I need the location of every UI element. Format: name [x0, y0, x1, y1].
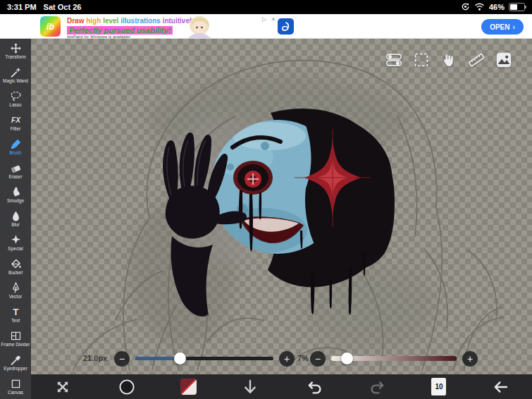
undo-icon[interactable] [304, 377, 324, 397]
battery-percent: 46% [489, 3, 505, 11]
tool-vector[interactable]: Vector [0, 278, 31, 302]
magic-wand-icon [10, 66, 22, 78]
rotation-lock-icon [461, 2, 470, 13]
selection-icon[interactable] [412, 50, 431, 70]
ad-headline: Draw high level illustrations intuitivel… [67, 17, 198, 25]
brush-size-plus-button[interactable]: + [279, 351, 295, 367]
tool-bucket[interactable]: Bucket [0, 254, 31, 278]
ad-choices-icon[interactable]: ▷ ✕ [262, 16, 277, 23]
lasso-icon [10, 90, 22, 102]
tool-canvas[interactable]: Canvas [0, 374, 31, 398]
eraser-icon [10, 162, 22, 174]
move-tool-icon[interactable] [53, 377, 73, 397]
tool-special[interactable]: Special [0, 231, 31, 254]
drawing-canvas[interactable]: 21.0px − + 7% − + [31, 39, 532, 399]
opacity-plus-button[interactable]: + [462, 351, 478, 367]
bottom-toolbar: 10 [31, 374, 532, 399]
ad-open-button[interactable]: OPEN › [481, 19, 524, 35]
brush-size-thumb[interactable] [174, 352, 186, 364]
clock: 3:31 PM [7, 3, 37, 11]
tool-eraser[interactable]: Eraser [0, 159, 31, 183]
tool-lasso[interactable]: Lasso [0, 87, 31, 111]
transform-icon [10, 42, 22, 54]
status-bar: 3:31 PM Sat Oct 26 46% [0, 0, 532, 14]
ibispaint-logo: ib [40, 16, 61, 37]
brush-preview-icon[interactable] [117, 377, 137, 397]
ad-banner[interactable]: ib Draw high level illustrations intuiti… [0, 14, 532, 39]
tool-filter[interactable]: FX Filter [0, 111, 31, 135]
brush-size-value: 21.0px [83, 354, 107, 362]
quick-settings-icon[interactable] [384, 50, 404, 70]
vector-icon [10, 282, 22, 294]
tool-eyedropper[interactable]: Eyedropper [0, 350, 31, 374]
ibispaint-app: 3:31 PM Sat Oct 26 46% ib Draw high leve… [0, 0, 532, 399]
opacity-minus-button[interactable]: − [310, 351, 326, 367]
hand-icon[interactable] [439, 50, 459, 70]
canvas-quick-toolbar [384, 50, 514, 70]
brush-icon [10, 138, 22, 150]
canvas-icon [10, 378, 22, 390]
ad-character-image [185, 16, 214, 41]
opacity-value: 7% [297, 354, 309, 362]
advertiser-app-icon [278, 18, 294, 35]
brush-size-track-fill [135, 357, 180, 360]
svg-text:FX: FX [11, 116, 20, 124]
text-icon: T [10, 306, 22, 318]
ruler-icon[interactable] [466, 50, 486, 70]
blur-icon [10, 210, 22, 222]
tool-brush[interactable]: Brush [0, 135, 31, 159]
ad-subheadline: Perfectly pursued usability! [67, 26, 173, 35]
tool-sidebar: Transform Magic Wand Lasso FX Filter Bru… [0, 39, 31, 399]
tool-text[interactable]: T Text [0, 302, 31, 326]
tool-blur[interactable]: Blur [0, 207, 31, 231]
tool-smudge[interactable]: Smudge [0, 183, 31, 207]
battery-icon [509, 3, 525, 11]
redo-icon[interactable] [368, 377, 388, 397]
opacity-thumb[interactable] [341, 352, 353, 364]
fullscreen-arrow-icon[interactable] [240, 377, 260, 397]
date: Sat Oct 26 [44, 3, 82, 11]
smudge-icon [10, 186, 22, 198]
back-arrow-icon[interactable] [490, 377, 510, 397]
tool-transform[interactable]: Transform [0, 39, 31, 63]
layers-button[interactable]: 10 [431, 378, 446, 395]
canvas-artwork [31, 39, 532, 399]
svg-text:T: T [13, 307, 19, 317]
frame-divider-icon [10, 330, 22, 342]
color-swatch[interactable] [180, 379, 197, 395]
filter-icon: FX [10, 114, 22, 126]
chevron-right-icon: › [513, 23, 515, 31]
brush-size-minus-button[interactable]: − [114, 351, 130, 367]
eyedropper-icon [10, 354, 22, 366]
tool-frame-divider[interactable]: Frame Divider [0, 326, 31, 350]
bucket-icon [10, 258, 22, 270]
wifi-icon [474, 3, 485, 12]
tool-magic-wand[interactable]: Magic Wand [0, 63, 31, 87]
special-icon [10, 234, 22, 246]
material-icon[interactable] [494, 50, 514, 70]
